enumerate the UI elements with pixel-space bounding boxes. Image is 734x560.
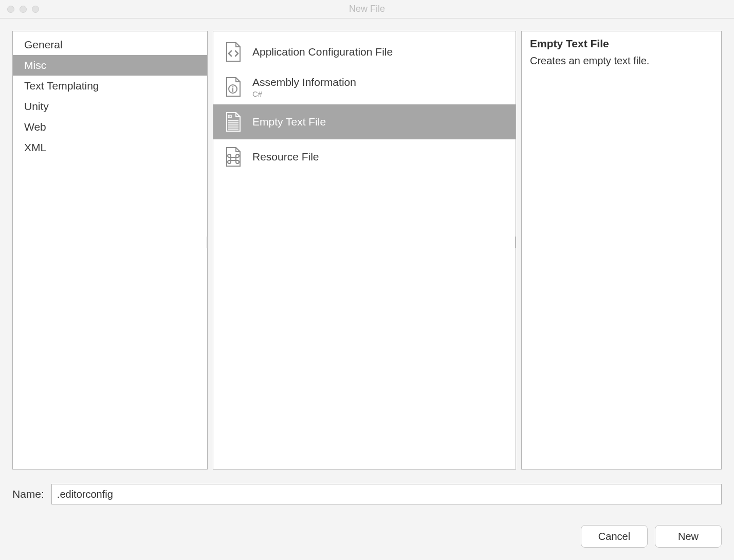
new-button[interactable]: New: [655, 525, 722, 548]
category-list: GeneralMiscText TemplatingUnityWebXML: [13, 31, 207, 158]
code-file-icon: [222, 41, 244, 63]
template-label: Resource File: [252, 151, 319, 163]
cancel-button[interactable]: Cancel: [581, 525, 648, 548]
category-item[interactable]: XML: [13, 137, 207, 158]
template-label: Empty Text File: [252, 116, 326, 128]
template-item[interactable]: Assembly InformationC#: [213, 69, 516, 104]
name-row: Name:: [12, 484, 722, 504]
category-item[interactable]: Unity: [13, 96, 207, 117]
titlebar: New File: [0, 0, 734, 19]
details-description: Creates an empty text file.: [530, 55, 713, 67]
template-item[interactable]: AEmpty Text File: [213, 104, 516, 139]
categories-panel: GeneralMiscText TemplatingUnityWebXML: [12, 31, 208, 469]
name-input[interactable]: [51, 484, 722, 504]
template-text: Assembly InformationC#: [252, 76, 356, 98]
template-text: Resource File: [252, 151, 319, 163]
command-file-icon: [222, 146, 244, 168]
templates-panel: Application Configuration FileAssembly I…: [213, 31, 516, 469]
category-item[interactable]: Misc: [13, 55, 207, 76]
template-text: Empty Text File: [252, 116, 326, 128]
details-title: Empty Text File: [530, 38, 713, 50]
name-label: Name:: [12, 488, 44, 500]
template-list: Application Configuration FileAssembly I…: [213, 31, 516, 174]
splitter-grip-icon: [513, 234, 516, 250]
splitter-grip-icon: [205, 234, 208, 250]
template-text: Application Configuration File: [252, 46, 393, 58]
template-label: Application Configuration File: [252, 46, 393, 58]
dialog-content: GeneralMiscText TemplatingUnityWebXML Ap…: [0, 19, 734, 560]
text-file-icon: A: [222, 111, 244, 133]
template-sublabel: C#: [252, 89, 356, 98]
window-title: New File: [0, 4, 734, 14]
info-file-icon: [222, 76, 244, 98]
category-item[interactable]: General: [13, 34, 207, 55]
svg-point-1: [232, 86, 234, 88]
dialog-buttons: Cancel New: [12, 525, 722, 548]
template-item[interactable]: Resource File: [213, 139, 516, 174]
panels-row: GeneralMiscText TemplatingUnityWebXML Ap…: [12, 31, 722, 469]
category-item[interactable]: Text Templating: [13, 76, 207, 96]
template-label: Assembly Information: [252, 76, 356, 88]
category-item[interactable]: Web: [13, 117, 207, 137]
template-item[interactable]: Application Configuration File: [213, 34, 516, 69]
new-file-dialog: New File GeneralMiscText TemplatingUnity…: [0, 0, 734, 560]
details-panel: Empty Text File Creates an empty text fi…: [521, 31, 722, 469]
